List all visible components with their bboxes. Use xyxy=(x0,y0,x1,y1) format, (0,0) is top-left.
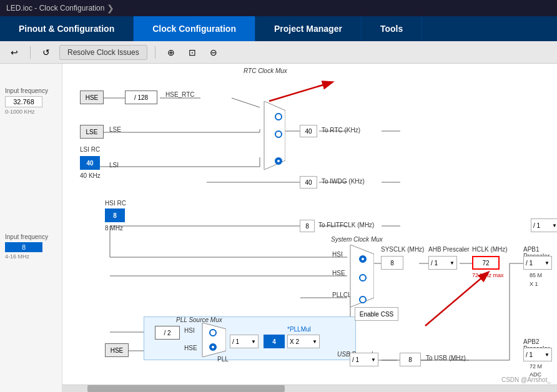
tab-tools[interactable]: Tools xyxy=(362,16,422,41)
hse-top-block: HSE xyxy=(80,91,104,104)
top-freq-input[interactable] xyxy=(5,96,42,107)
iwdg-val-box: 40 xyxy=(300,176,317,189)
sysclk-label: SYSCLK (MHz) xyxy=(381,246,424,253)
top-freq-range: 0-1000 KHz xyxy=(5,109,57,115)
toolbar-separator-2 xyxy=(155,46,155,59)
toolbar: ↩ ↺ Resolve Clock Issues ⊕ ⊡ ⊖ xyxy=(0,41,557,64)
lse-block: LSE xyxy=(80,125,104,139)
lsi-khz-label: 40 KHz xyxy=(80,172,101,179)
hclk-label: HCLK (MHz) xyxy=(472,246,508,253)
scrollbar-thumb[interactable] xyxy=(87,385,285,392)
apb1-85m-label: 85 M xyxy=(530,272,542,278)
tab-project[interactable]: Project Manager xyxy=(255,16,362,41)
div2-block: / 2 xyxy=(155,326,180,340)
rtc-lse-radio[interactable] xyxy=(275,130,282,138)
lsi-val-block: 40 xyxy=(80,156,100,170)
apb2-72m-label: 72 M xyxy=(530,363,542,370)
pll-div1-dropdown[interactable]: ▼ xyxy=(251,339,256,345)
sys-hsi-radio[interactable] xyxy=(359,255,367,263)
hclk-max-label: 72 MHz max xyxy=(472,272,504,278)
ahb-prescaler[interactable]: / 1 ▼ xyxy=(428,256,457,270)
tab-pinout[interactable]: Pinout & Configuration xyxy=(0,16,134,41)
svg-line-2 xyxy=(232,98,260,107)
lse-wire-label: LSE xyxy=(109,126,121,133)
flit-val-box: 8 xyxy=(300,220,315,232)
pll-src-hsi-radio[interactable] xyxy=(209,329,217,336)
rtc-hse-radio[interactable] xyxy=(275,113,282,120)
nav-tabs: Pinout & Configuration Clock Configurati… xyxy=(0,16,557,41)
hsi-rc-label: HSI RC xyxy=(105,200,126,207)
sys-pll-radio[interactable] xyxy=(359,296,367,303)
toolbar-separator xyxy=(30,46,31,59)
top-freq-group: Input frequency 0-1000 KHz xyxy=(5,87,57,115)
window-title: LED.ioc - Clock Configuration xyxy=(6,4,104,12)
hsi-mux-label: HSI xyxy=(332,251,343,258)
to-flit-label: To FLITFCLK (MHz) xyxy=(318,222,374,228)
pll-hsi-label: HSI xyxy=(184,327,195,334)
right-prescaler-top[interactable]: / 1 ▼ xyxy=(531,218,557,232)
apb1-x1-label: X 1 xyxy=(530,281,538,287)
apb1-div-value: / 1 xyxy=(526,260,533,267)
ahb-label: AHB Prescaler xyxy=(428,246,470,253)
apb2-prescaler[interactable]: / 1 ▼ xyxy=(523,348,552,361)
top-freq-label: Input frequency xyxy=(5,87,57,94)
pllmul-label: *PLLMul xyxy=(287,326,311,333)
hclk-val-box[interactable]: 72 xyxy=(472,256,500,270)
zoom-fit-button[interactable]: ⊡ xyxy=(184,45,200,60)
to-iwdg-label: To IWDG (KHz) xyxy=(322,178,365,185)
resolve-clock-issues-button[interactable]: Resolve Clock Issues xyxy=(59,45,147,60)
pllmul-prescaler[interactable]: X 2 ▼ xyxy=(287,335,320,348)
watermark: CSDN @Arrshot_ xyxy=(501,376,551,383)
svg-line-38 xyxy=(269,82,332,101)
usb-prescaler[interactable]: / 1 ▼ xyxy=(350,353,378,366)
zoom-in-button[interactable]: ⊕ xyxy=(163,45,179,60)
pll-val-block: 4 xyxy=(264,335,285,348)
pll-label: PLL xyxy=(217,356,229,363)
tab-clock[interactable]: Clock Configuration xyxy=(134,16,255,41)
usb-dest-label: To USB (MHz) xyxy=(426,355,466,361)
div128-block: / 128 xyxy=(125,91,157,104)
diagram-area: RTC Clock Mux HSE / 128 HSE_RTC LSE LSE … xyxy=(62,64,557,392)
title-chevron-icon: ❯ xyxy=(107,3,114,13)
pll-src-mux-shape xyxy=(199,323,226,357)
rtc-lsi-radio[interactable] xyxy=(275,157,282,165)
apb1-dropdown-icon[interactable]: ▼ xyxy=(545,260,550,266)
rtc-mux-label: RTC Clock Mux xyxy=(244,67,287,74)
apb1-prescaler[interactable]: / 1 ▼ xyxy=(523,256,552,270)
bottom-freq-group: Input frequency 4-16 MHz xyxy=(5,233,57,260)
lsirc-label: LSI RC xyxy=(80,146,100,153)
bottom-freq-label: Input frequency xyxy=(5,233,57,240)
refresh-button[interactable]: ↺ xyxy=(38,45,54,60)
apb2-dropdown[interactable]: ▼ xyxy=(545,352,550,358)
sys-hse-radio[interactable] xyxy=(359,274,367,282)
hsi-mhz-label: 8 MHz xyxy=(105,225,123,232)
pll-div1-prescaler[interactable]: / 1 ▼ xyxy=(230,335,259,348)
undo-button[interactable]: ↩ xyxy=(6,45,22,60)
pll-src-hse-radio[interactable] xyxy=(209,343,217,351)
right-top-dropdown-icon[interactable]: ▼ xyxy=(552,223,557,228)
zoom-out-button[interactable]: ⊖ xyxy=(205,45,222,60)
title-bar: LED.ioc - Clock Configuration ❯ xyxy=(0,0,557,16)
enable-css-btn[interactable]: Enable CSS xyxy=(355,307,398,321)
hse-rtc-label: HSE_RTC xyxy=(165,91,195,98)
to-rtc-label: To RTC (KHz) xyxy=(322,127,360,134)
horizontal-scrollbar[interactable] xyxy=(62,385,557,392)
ahb-div-value: / 1 xyxy=(431,260,438,267)
rtc-val-box: 40 xyxy=(300,125,317,137)
hsi-val-block: 8 xyxy=(105,208,125,222)
pllmul-dropdown[interactable]: ▼ xyxy=(312,339,317,345)
svg-marker-41 xyxy=(202,323,226,357)
hse-bottom-block: HSE xyxy=(105,343,129,357)
usb-dropdown[interactable]: ▼ xyxy=(371,357,376,363)
sysclk-val-box: 8 xyxy=(381,256,403,270)
main-content: Input frequency 0-1000 KHz Input frequen… xyxy=(0,64,557,392)
sys-mux-label: System Clock Mux xyxy=(331,236,383,243)
usb-val-box: 8 xyxy=(400,353,421,366)
ahb-dropdown-icon[interactable]: ▼ xyxy=(450,260,455,266)
bottom-freq-input[interactable] xyxy=(5,242,42,252)
hse-mux-label: HSE xyxy=(332,270,345,277)
svg-line-37 xyxy=(425,273,488,326)
left-panel: Input frequency 0-1000 KHz Input frequen… xyxy=(0,64,62,392)
bottom-freq-range: 4-16 MHz xyxy=(5,253,57,260)
pll-hse-label: HSE xyxy=(184,345,197,351)
